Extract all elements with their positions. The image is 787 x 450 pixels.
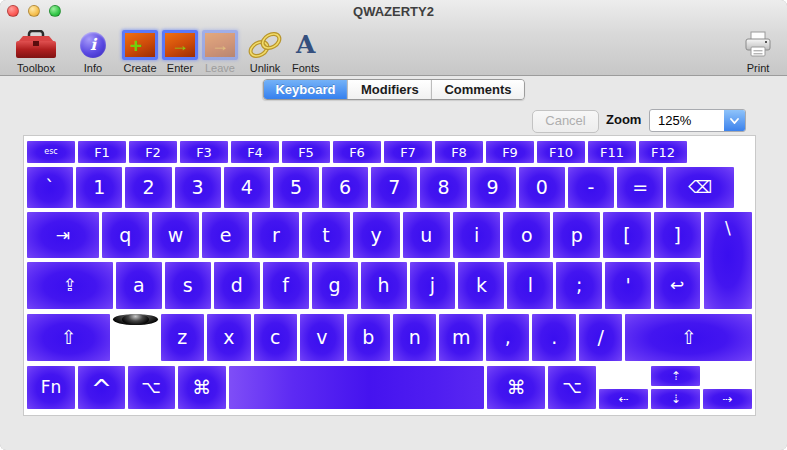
- key-1[interactable]: 1: [76, 167, 122, 208]
- chevron-down-icon[interactable]: [724, 110, 745, 131]
- key-delete[interactable]: ⌫: [666, 167, 733, 208]
- key-backslash[interactable]: \: [704, 212, 752, 258]
- key-f2[interactable]: F2: [129, 141, 177, 163]
- key-period[interactable]: .: [532, 314, 575, 361]
- zoom-value: 125%: [650, 113, 724, 128]
- key-quote[interactable]: ': [605, 262, 651, 309]
- key-shift-left[interactable]: ⇧: [27, 314, 110, 361]
- key-f9[interactable]: F9: [486, 141, 534, 163]
- key-shift-right[interactable]: ⇧: [625, 314, 752, 361]
- key-8[interactable]: 8: [420, 167, 466, 208]
- key-bracket-right[interactable]: ]: [654, 212, 701, 258]
- key-a[interactable]: a: [116, 262, 162, 309]
- key-arrow-up[interactable]: ⇡: [651, 366, 700, 386]
- toolbar-item-toolbox[interactable]: Toolbox: [12, 26, 60, 74]
- zoom-dropdown[interactable]: 125%: [649, 109, 746, 132]
- key-q[interactable]: q: [102, 212, 149, 258]
- key-caps-lock[interactable]: ⇪: [27, 262, 113, 309]
- key-j[interactable]: j: [410, 262, 456, 309]
- key-f1[interactable]: F1: [78, 141, 126, 163]
- tab-comments[interactable]: Comments: [432, 80, 523, 99]
- key-d[interactable]: d: [214, 262, 260, 309]
- key-u[interactable]: u: [403, 212, 450, 258]
- key-command-left[interactable]: ⌘: [178, 366, 226, 409]
- key-f7[interactable]: F7: [384, 141, 432, 163]
- key-t[interactable]: t: [302, 212, 349, 258]
- key-fn[interactable]: Fn: [27, 366, 75, 409]
- key-o[interactable]: o: [503, 212, 550, 258]
- minimize-button[interactable]: [28, 5, 40, 17]
- key-f12[interactable]: F12: [639, 141, 687, 163]
- key-arrow-right[interactable]: ⇢: [703, 389, 752, 409]
- key-w[interactable]: w: [152, 212, 199, 258]
- key-f5[interactable]: F5: [282, 141, 330, 163]
- key-f11[interactable]: F11: [588, 141, 636, 163]
- key-control[interactable]: ^: [78, 366, 125, 409]
- key-n[interactable]: n: [393, 314, 436, 361]
- key-option-left[interactable]: ⌥: [128, 366, 175, 409]
- key-6[interactable]: 6: [322, 167, 368, 208]
- key-4[interactable]: 4: [224, 167, 270, 208]
- key-r[interactable]: r: [252, 212, 299, 258]
- key-s[interactable]: s: [165, 262, 211, 309]
- key-g[interactable]: g: [312, 262, 358, 309]
- key-0[interactable]: 0: [519, 167, 565, 208]
- key-minus[interactable]: -: [568, 167, 614, 208]
- key-comma[interactable]: ,: [486, 314, 529, 361]
- key-tab[interactable]: ⇥: [27, 212, 99, 258]
- tab-modifiers[interactable]: Modifiers: [348, 80, 432, 99]
- key-semicolon[interactable]: ;: [556, 262, 602, 309]
- key-x[interactable]: x: [207, 314, 250, 361]
- key-f6[interactable]: F6: [333, 141, 381, 163]
- cancel-button[interactable]: Cancel: [532, 110, 599, 133]
- tab-keyboard[interactable]: Keyboard: [263, 80, 348, 99]
- key-3[interactable]: 3: [175, 167, 221, 208]
- keyboard-row: escF1F2F3F4F5F6F7F8F9F10F11F12: [27, 141, 752, 163]
- titlebar[interactable]: QWAZERTY2: [0, 0, 787, 22]
- key-h[interactable]: h: [361, 262, 407, 309]
- key-f[interactable]: f: [263, 262, 309, 309]
- key-f4[interactable]: F4: [231, 141, 279, 163]
- info-icon: i: [80, 32, 106, 58]
- key-z[interactable]: z: [161, 314, 204, 361]
- toolbar-item-create[interactable]: + Create: [122, 26, 158, 74]
- key-arrow-left[interactable]: ⇠: [599, 389, 648, 409]
- key-f3[interactable]: F3: [180, 141, 228, 163]
- key-bracket-left[interactable]: [: [603, 212, 650, 258]
- toolbar-item-enter[interactable]: → Enter: [162, 26, 198, 74]
- key-9[interactable]: 9: [470, 167, 516, 208]
- key-p[interactable]: p: [553, 212, 600, 258]
- key-esc[interactable]: esc: [27, 141, 75, 163]
- key-black-oval[interactable]: [113, 314, 157, 325]
- key-f8[interactable]: F8: [435, 141, 483, 163]
- key-space[interactable]: [229, 366, 485, 409]
- key-y[interactable]: y: [353, 212, 400, 258]
- key-command-right[interactable]: ⌘: [487, 366, 545, 409]
- key-option-right[interactable]: ⌥: [548, 366, 596, 409]
- key-7[interactable]: 7: [371, 167, 417, 208]
- toolbar-item-fonts[interactable]: A Fonts: [292, 26, 320, 74]
- key-backquote[interactable]: `: [27, 167, 73, 208]
- key-k[interactable]: k: [458, 262, 504, 309]
- key-b[interactable]: b: [347, 314, 390, 361]
- key-f10[interactable]: F10: [537, 141, 585, 163]
- key-m[interactable]: m: [439, 314, 482, 361]
- key-arrow-down[interactable]: ⇣: [651, 389, 700, 409]
- key-c[interactable]: c: [254, 314, 297, 361]
- toolbar-item-info[interactable]: i Info: [80, 26, 106, 74]
- key-5[interactable]: 5: [273, 167, 319, 208]
- key-equals[interactable]: =: [617, 167, 663, 208]
- key-l[interactable]: l: [507, 262, 553, 309]
- key-slash[interactable]: /: [579, 314, 622, 361]
- key-v[interactable]: v: [300, 314, 343, 361]
- zoom-window-button[interactable]: [49, 5, 61, 17]
- toolbar-item-leave[interactable]: → Leave: [202, 26, 238, 74]
- toolbar-item-unlink[interactable]: Unlink: [246, 26, 284, 74]
- key-i[interactable]: i: [453, 212, 500, 258]
- key-e[interactable]: e: [202, 212, 249, 258]
- toolbar-item-print[interactable]: Print: [743, 26, 773, 74]
- close-button[interactable]: [7, 5, 19, 17]
- key-return[interactable]: ↩: [654, 262, 700, 309]
- key-2[interactable]: 2: [125, 167, 171, 208]
- keyboard-row: `1234567890-=⌫: [27, 167, 752, 208]
